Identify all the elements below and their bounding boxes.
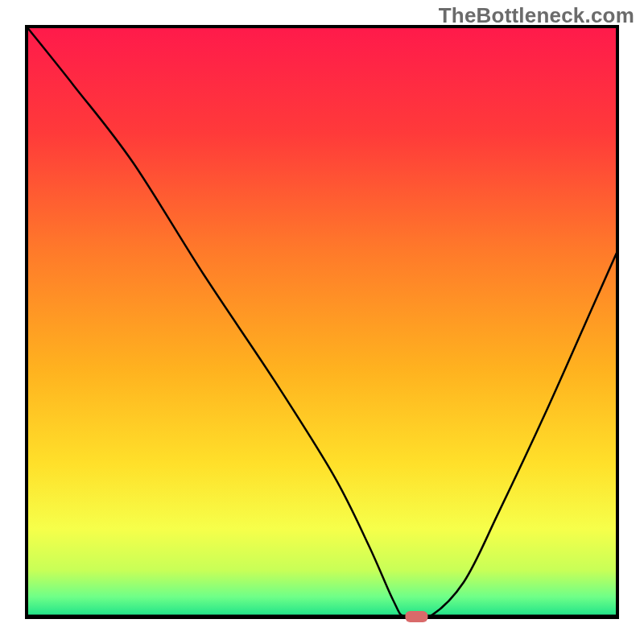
bottleneck-chart — [0, 0, 644, 644]
gradient-background — [27, 27, 617, 617]
chart-stage: TheBottleneck.com — [0, 0, 644, 644]
optimum-marker — [405, 611, 427, 622]
watermark-text: TheBottleneck.com — [439, 3, 634, 28]
